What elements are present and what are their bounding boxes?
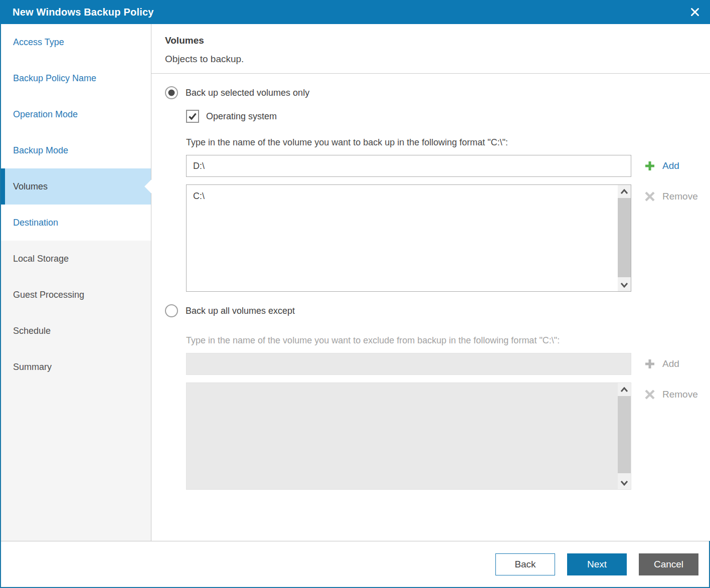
new-windows-backup-policy-dialog: New Windows Backup Policy Access Type Ba… xyxy=(0,0,710,588)
backup-all-volumes-radio[interactable] xyxy=(165,304,178,317)
backup-selected-volumes-radio-row: Back up selected volumes only xyxy=(165,86,698,99)
title-bar: New Windows Backup Policy xyxy=(0,0,710,24)
backup-all-volumes-radio-row: Back up all volumes except xyxy=(165,304,698,317)
exclude-volumes-listbox xyxy=(186,382,631,490)
sidebar-item-operation-mode[interactable]: Operation Mode xyxy=(1,96,151,132)
x-icon xyxy=(644,190,656,203)
wizard-steps-sidebar: Access Type Backup Policy Name Operation… xyxy=(1,24,151,541)
plus-icon xyxy=(644,160,656,172)
backup-selected-volumes-radio[interactable] xyxy=(165,86,178,99)
include-remove-button: Remove xyxy=(644,190,698,203)
close-icon xyxy=(690,7,700,17)
include-add-button[interactable]: Add xyxy=(644,159,698,172)
include-listbox-scrollbar xyxy=(618,185,631,291)
exclude-field-column xyxy=(186,346,631,490)
include-side-buttons: Add Remove xyxy=(644,148,698,203)
step-label: Schedule xyxy=(13,326,51,336)
step-label: Guest Processing xyxy=(13,290,84,300)
include-volume-hint: Type in the name of the volume you want … xyxy=(186,137,698,148)
scrollbar-track xyxy=(618,198,631,278)
backup-selected-volumes-label: Back up selected volumes only xyxy=(186,88,309,98)
exclude-volume-io: Add Remove xyxy=(186,346,698,490)
cancel-button[interactable]: Cancel xyxy=(639,553,698,575)
exclude-volume-hint: Type in the name of the volume you want … xyxy=(186,335,698,346)
dialog-footer: Back Next Cancel xyxy=(1,541,709,587)
step-label: Summary xyxy=(13,362,52,372)
dialog-title: New Windows Backup Policy xyxy=(13,7,154,18)
backup-all-volumes-label: Back up all volumes except xyxy=(186,306,295,316)
scroll-down-button[interactable] xyxy=(618,278,631,291)
page-title: Volumes xyxy=(165,35,698,46)
header-divider xyxy=(151,73,710,74)
include-field-column: C:\ xyxy=(186,148,631,292)
scroll-up-button xyxy=(618,383,631,396)
scroll-down-button xyxy=(618,476,631,489)
sidebar-item-schedule: Schedule xyxy=(1,313,151,349)
include-volumes-listbox[interactable]: C:\ xyxy=(186,184,631,292)
exclude-remove-button: Remove xyxy=(644,388,698,401)
sidebar-item-backup-policy-name[interactable]: Backup Policy Name xyxy=(1,60,151,96)
add-label: Add xyxy=(662,160,679,171)
exclude-add-button: Add xyxy=(644,357,698,370)
step-label: Backup Policy Name xyxy=(13,73,96,84)
operating-system-label: Operating system xyxy=(206,111,277,122)
sidebar-item-guest-processing: Guest Processing xyxy=(1,277,151,313)
next-button[interactable]: Next xyxy=(567,553,627,575)
chevron-down-icon xyxy=(620,480,628,486)
scrollbar-track xyxy=(618,396,631,476)
operating-system-checkbox[interactable] xyxy=(186,110,199,123)
exclude-volume-input xyxy=(186,353,631,375)
checkmark-icon xyxy=(188,111,198,121)
chevron-up-icon xyxy=(620,189,628,194)
chevron-up-icon xyxy=(620,387,628,393)
close-button[interactable] xyxy=(688,5,702,19)
dialog-body: Access Type Backup Policy Name Operation… xyxy=(1,24,709,541)
sidebar-item-summary: Summary xyxy=(1,349,151,385)
chevron-down-icon xyxy=(620,282,628,288)
plus-icon xyxy=(644,358,656,370)
sidebar-item-local-storage: Local Storage xyxy=(1,241,151,277)
back-button[interactable]: Back xyxy=(495,553,555,575)
scrollbar-thumb[interactable] xyxy=(618,198,631,277)
exclude-volumes-section: Type in the name of the volume you want … xyxy=(186,335,698,490)
exclude-listbox-scrollbar xyxy=(618,383,631,489)
x-icon xyxy=(644,388,656,401)
scrollbar-thumb xyxy=(618,396,631,473)
step-label: Operation Mode xyxy=(13,109,78,120)
include-volume-io: C:\ Add xyxy=(186,148,698,292)
page-subtitle: Objects to backup. xyxy=(165,54,698,65)
volume-list-item[interactable]: C:\ xyxy=(193,189,613,203)
sidebar-item-backup-mode[interactable]: Backup Mode xyxy=(1,132,151,168)
remove-label: Remove xyxy=(662,389,698,400)
scroll-up-button[interactable] xyxy=(618,185,631,198)
exclude-side-buttons: Add Remove xyxy=(644,346,698,401)
operating-system-checkbox-row: Operating system xyxy=(186,110,698,123)
volumes-step-content: Volumes Objects to backup. Back up selec… xyxy=(151,24,710,541)
step-label: Local Storage xyxy=(13,254,69,264)
sidebar-item-destination[interactable]: Destination xyxy=(1,205,151,241)
sidebar-item-access-type[interactable]: Access Type xyxy=(1,24,151,60)
include-volumes-section: Operating system Type in the name of the… xyxy=(186,110,698,292)
step-label: Backup Mode xyxy=(13,145,68,156)
remove-label: Remove xyxy=(662,191,698,202)
sidebar-item-volumes[interactable]: Volumes xyxy=(1,168,151,205)
step-label: Volumes xyxy=(13,181,48,192)
include-volume-input[interactable] xyxy=(186,155,631,177)
step-label: Access Type xyxy=(13,37,64,48)
step-label: Destination xyxy=(13,218,58,228)
add-label: Add xyxy=(662,358,679,369)
